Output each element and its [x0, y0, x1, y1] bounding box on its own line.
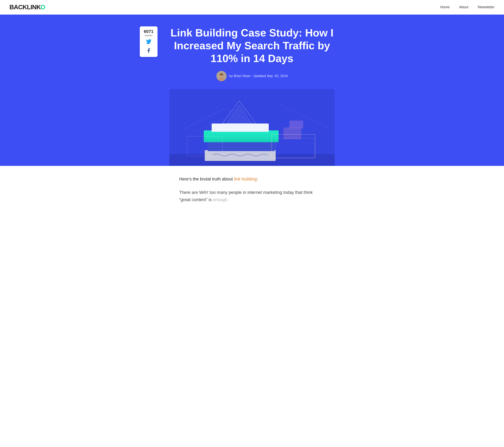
twitter-share-button[interactable]: [143, 39, 154, 46]
intro-text-after-link: :: [256, 177, 258, 182]
article-title: Link Building Case Study: How I Increase…: [165, 26, 339, 65]
share-label: shares: [143, 34, 154, 37]
svg-rect-19: [284, 128, 301, 139]
nav-about[interactable]: About: [459, 5, 468, 9]
paragraph2-faded-text: enough.: [213, 197, 229, 202]
main-nav: Home About Newsletter: [440, 5, 495, 9]
nav-home[interactable]: Home: [440, 5, 450, 9]
intro-paragraph: Here’s the brutal truth about link build…: [179, 175, 325, 183]
svg-rect-20: [289, 121, 303, 129]
svg-rect-16: [212, 124, 269, 132]
share-count: 6071: [143, 29, 154, 34]
intro-text-before-link: Here’s the brutal truth about: [179, 177, 234, 182]
article-content: Here’s the brutal truth about link build…: [171, 166, 333, 215]
svg-point-4: [220, 74, 223, 75]
share-widget: 6071 shares: [140, 26, 158, 57]
paragraph2-main-text: There are WAY too many people in interne…: [179, 190, 313, 202]
logo-o-icon: [41, 5, 45, 9]
svg-rect-12: [205, 150, 276, 161]
author-meta: by Brian Dean · Updated Sep. 02, 2016: [229, 74, 288, 78]
logo-text: BACKLINK: [9, 3, 41, 11]
author-avatar: [216, 71, 227, 81]
second-paragraph: There are WAY too many people in interne…: [179, 189, 325, 204]
svg-rect-13: [208, 141, 275, 151]
facebook-share-button[interactable]: [143, 48, 154, 54]
link-building-link[interactable]: link building: [234, 177, 256, 182]
hero-section: 6071 shares Link Building Case Study: Ho…: [0, 15, 504, 166]
nav-newsletter[interactable]: Newsletter: [478, 5, 495, 9]
site-header: BACKLINK Home About Newsletter: [0, 0, 504, 15]
hero-image: [169, 89, 335, 166]
site-logo[interactable]: BACKLINK: [9, 3, 45, 11]
author-line: by Brian Dean · Updated Sep. 02, 2016: [165, 71, 339, 81]
